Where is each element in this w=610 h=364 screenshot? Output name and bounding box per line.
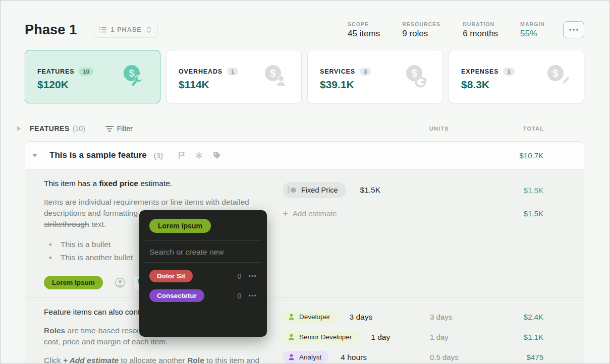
features-section-header: FEATURES (10) Filter UNITS TOTAL [25,125,584,133]
expand-caret-icon[interactable] [32,154,37,157]
role-units: 3 days [428,307,509,327]
stat-duration-value: 6 months [463,29,498,39]
card-expenses-label: EXPENSES [461,68,498,75]
feature-item-count: (3) [154,151,163,160]
dollar-pencil-icon: $ [542,62,571,92]
role-badge-analyst[interactable]: Analyst [283,351,328,363]
asterisk-icon[interactable] [195,152,203,159]
tag-icon[interactable] [213,151,221,159]
filter-icon [105,126,114,132]
add-estimate-button[interactable]: + Add estimate [283,209,337,218]
coins-icon: $ [288,186,297,195]
item2-units: 3 days 1 day 0.5 days [428,307,509,364]
tag-count: 0 [238,292,242,300]
item1-heading: This item has a fixed price estimate. [44,178,272,189]
item1-totals: $1.5K $1.5K [509,178,584,290]
role-effort: 1 day [371,333,390,342]
total-column-header: TOTAL [508,126,584,132]
section-title: FEATURES [30,125,70,133]
card-features[interactable]: FEATURES 10 $120K $ [25,50,160,103]
filter-button[interactable]: Filter [105,125,133,133]
stat-duration-label: DURATION [463,21,498,27]
units-column-header: UNITS [427,126,508,132]
card-overheads-label: OVERHEADS [179,68,223,75]
item-roles: Feature items can also contain Roles. Ro… [25,297,584,364]
tag-option-dolor-sit[interactable]: Dolor Sit 0 ••• [149,270,257,282]
fixed-price-badge[interactable]: $ Fixed Price [283,182,346,198]
feature-header-row[interactable]: This is a sample feature (3) $10.7K [25,142,584,169]
summary-cards: FEATURES 10 $120K $ OVERHEADS 1 $1 [25,50,584,103]
person-icon [288,333,295,341]
card-expenses[interactable]: EXPENSES 1 $8.3K $ [449,50,584,103]
role-total: $475 [509,347,584,364]
more-options-button[interactable] [563,21,584,38]
role-units: 1 day [428,327,509,347]
tag-options-ellipsis-icon[interactable]: ••• [248,292,257,299]
svg-text:$: $ [129,68,134,79]
item1-line-total: $1.5K [509,178,584,202]
card-overheads-count-badge: 1 [227,68,238,76]
stat-duration: DURATION 6 months [463,21,498,39]
dollar-wrench-icon: $ [119,62,147,92]
svg-text:$: $ [411,68,417,79]
stat-resources-value: 9 roles [402,29,440,39]
app-window: Phase 1 1 PHASE SC [0,0,610,364]
add-estimate-label: Add estimate [293,209,337,218]
item1-total: $1.5K [509,202,584,225]
svg-text:$: $ [270,68,275,79]
role-name: Analyst [299,353,321,361]
card-services[interactable]: SERVICES 3 $39.1K $ [307,50,443,103]
selected-tag-lorem-ipsum[interactable]: Lorem Ipsum [149,219,211,233]
tag-options-ellipsis-icon[interactable]: ••• [248,272,257,280]
stat-margin: MARGIN 55% [520,21,545,39]
tag-picker-popup: Lorem Ipsum Dolor Sit 0 ••• Consectetur … [139,210,267,337]
assignee-avatar-icon[interactable] [114,277,126,289]
svg-text:$: $ [552,68,558,79]
phase-selector[interactable]: 1 PHASE [93,22,157,38]
fixed-price-label: Fixed Price [301,186,338,194]
person-icon [288,353,295,361]
list-icon [99,26,106,33]
item1-units [428,178,509,290]
card-features-label: FEATURES [37,68,74,75]
role-total: $2.4K [509,307,584,327]
filter-label: Filter [117,125,133,133]
item1-estimates: $ Fixed Price $1.5K + Add estimate [283,178,428,290]
item-fixed-price: This item has a fixed price estimate. It… [25,169,584,297]
role-badge-senior-developer[interactable]: Senior Developer [283,331,359,343]
stat-scope: SCOPE 45 items [348,21,380,39]
item1-tag-lorem-ipsum[interactable]: Lorem Ipsum [44,276,103,289]
role-total: $1.1K [509,327,584,347]
feature-total: $10.7K [519,151,584,160]
stat-resources-label: RESOURCES [402,21,440,27]
item2-estimates: Developer 3 days Senior Developer 1 day [283,307,428,364]
tag-option-consectetur[interactable]: Consectetur 0 ••• [149,289,257,302]
stat-resources: RESOURCES 9 roles [402,21,440,39]
role-badge-developer[interactable]: Developer [283,311,338,323]
phase-selector-label: 1 PHASE [110,26,141,33]
card-overheads[interactable]: OVERHEADS 1 $114K $ [166,50,302,103]
role-units: 0.5 days [428,347,509,364]
role-name: Developer [299,313,330,321]
tag-pill-dolor-sit[interactable]: Dolor Sit [149,270,193,282]
page-header: Phase 1 1 PHASE SC [25,20,584,40]
role-name: Senior Developer [299,333,352,341]
flag-icon[interactable] [178,151,185,159]
feature-title: This is a sample feature [49,150,147,160]
collapse-caret-icon[interactable] [17,126,21,131]
stat-margin-value: 55% [520,29,545,39]
plus-icon: + [283,209,288,218]
fixed-price-value: $1.5K [360,186,381,195]
tag-search-input[interactable] [149,248,257,257]
header-stats: SCOPE 45 items RESOURCES 9 roles DURATIO… [348,21,545,39]
card-services-label: SERVICES [320,68,355,75]
dollar-refresh-icon: $ [401,62,429,92]
card-expenses-count-badge: 1 [503,68,514,76]
tag-pill-consectetur[interactable]: Consectetur [149,289,204,302]
card-services-count-badge: 3 [360,68,371,76]
role-effort: 4 hours [341,353,367,362]
dollar-person-icon: $ [260,62,288,92]
tag-count: 0 [238,272,242,280]
popup-divider [145,262,261,263]
person-icon [288,313,295,321]
